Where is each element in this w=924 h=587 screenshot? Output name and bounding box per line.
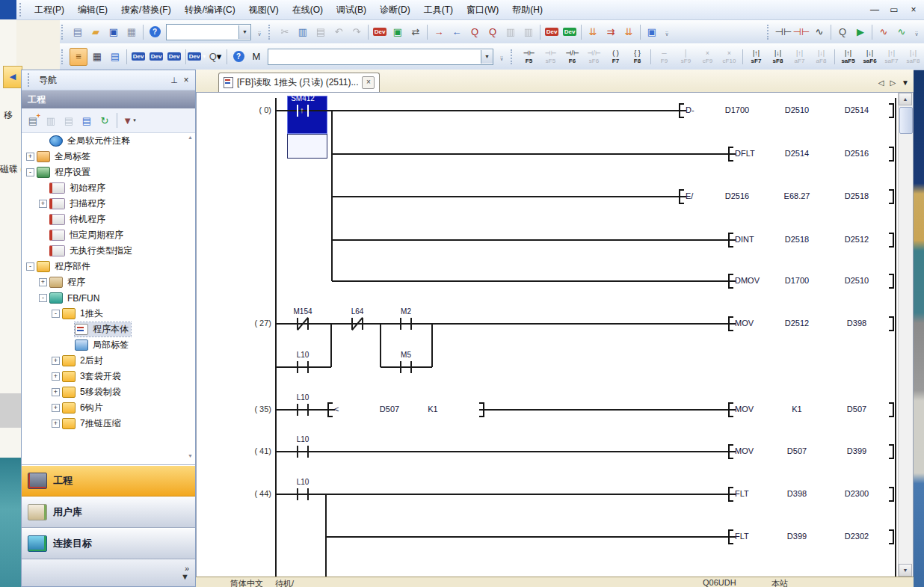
toolbar-overflow-icon[interactable]: ..∨ — [497, 53, 506, 61]
help-icon[interactable]: ? — [147, 24, 163, 40]
dropdown-arrow-icon[interactable]: ▼ — [181, 573, 189, 581]
new-file-icon[interactable]: ▤ — [70, 24, 86, 40]
device-display-icon[interactable]: Dev▾ — [189, 49, 206, 65]
print-icon[interactable]: ▦ — [123, 24, 140, 40]
monitor-mode-icon[interactable]: ▣ — [644, 24, 660, 40]
scroll-up-icon[interactable]: ▲ — [899, 93, 912, 105]
expander-icon[interactable]: - — [26, 168, 34, 176]
tree-item-5移袋制袋[interactable]: +5移袋制袋 — [22, 384, 195, 400]
menu-item-0[interactable]: 工程(P) — [28, 1, 71, 19]
toolbar-grip[interactable] — [19, 3, 25, 16]
ladder-canvas[interactable]: ( 0)( 27)( 35)( 41)( 44)↑SM412M154L64M2L… — [197, 93, 899, 577]
sampling-trace-icon[interactable]: ∿ — [875, 24, 892, 40]
device-memory-icon[interactable]: Dev — [148, 49, 164, 65]
next-result-icon[interactable]: → — [431, 24, 447, 40]
menu-item-5[interactable]: 在线(O) — [286, 1, 330, 19]
toolbar-overflow-icon[interactable]: ..∨ — [662, 28, 671, 36]
tree-item-程序设置[interactable]: -程序设置 — [22, 165, 195, 180]
tree-item-1推头[interactable]: -1推头 — [22, 306, 195, 322]
expander-icon[interactable]: + — [26, 153, 34, 161]
menu-item-8[interactable]: 工具(T) — [417, 1, 460, 19]
data-info-icon[interactable]: ▤ — [78, 112, 95, 129]
expander-icon[interactable]: + — [52, 372, 60, 381]
expander-icon[interactable]: + — [52, 404, 60, 412]
toolbar-overflow-icon[interactable]: ..∨ — [255, 28, 264, 36]
cell-cursor[interactable] — [287, 134, 327, 159]
expander-icon[interactable]: + — [52, 419, 60, 428]
tab-prev-icon[interactable]: ◁ — [878, 79, 884, 87]
keyword-combo[interactable]: ▼ — [166, 24, 251, 40]
document-tab[interactable]: [FB]读取 1推头 (只读) (2511)... × — [218, 73, 380, 92]
tree-item-恒定周期程序[interactable]: 恒定周期程序 — [22, 227, 195, 243]
execute-program-icon[interactable]: ▶ — [852, 24, 869, 40]
tab-close-icon[interactable]: × — [362, 76, 375, 89]
tree-item-扫描程序[interactable]: +扫描程序 — [22, 196, 195, 212]
refresh-icon[interactable]: ↻ — [96, 112, 113, 129]
device-batch-icon[interactable]: Dev — [561, 24, 578, 40]
tree-scroll-up-icon[interactable]: ▲ — [188, 135, 193, 140]
nav-button-工程[interactable]: 工程 — [22, 465, 195, 497]
save-icon[interactable]: ▣ — [105, 24, 122, 40]
expander-icon[interactable]: + — [39, 278, 47, 286]
transfer-doc-icon[interactable]: ⇉ — [603, 24, 619, 40]
find-zoom-icon[interactable]: Q▾ — [207, 49, 224, 65]
find-program-icon[interactable]: Q — [834, 24, 851, 40]
expander-icon[interactable]: - — [26, 262, 34, 271]
find-device-result-icon[interactable]: Q — [466, 24, 483, 40]
expander-icon[interactable]: - — [39, 294, 47, 302]
toolbar-overflow-icon[interactable]: ..∨ — [912, 28, 921, 36]
monitor-start-icon[interactable]: ⊣⊢ — [775, 24, 792, 40]
write-to-plc-icon[interactable]: Dev — [372, 24, 388, 40]
nav-button-连接目标[interactable]: 连接目标 — [22, 528, 195, 559]
tab-list-icon[interactable]: ▼ — [902, 79, 909, 87]
falling-pulse-close-icon[interactable]: |↓|saF6 — [860, 49, 880, 64]
help-hint-icon[interactable]: ? — [230, 49, 247, 65]
panel-grip[interactable] — [28, 73, 33, 87]
close-panel-icon[interactable]: × — [180, 75, 192, 85]
find-instruction-result-icon[interactable]: Q — [484, 24, 501, 40]
open-contact-icon[interactable]: ⊣⊢F5 — [519, 49, 539, 64]
pulse-monitor-icon[interactable]: ∿ — [811, 24, 828, 40]
close-button[interactable]: × — [908, 4, 920, 15]
menu-item-2[interactable]: 搜索/替换(F) — [114, 1, 178, 19]
monitor-write-icon[interactable]: ⊣⊢ — [793, 24, 810, 40]
menu-item-3[interactable]: 转换/编译(C) — [178, 1, 242, 19]
device-usage-icon[interactable]: Dev — [166, 49, 182, 65]
tree-item-程序部件[interactable]: -程序部件 — [22, 259, 195, 274]
expander-icon[interactable]: + — [52, 357, 60, 365]
rising-pulse-close-icon[interactable]: |↑|saF5 — [838, 49, 858, 64]
tree-item-3套袋开袋[interactable]: +3套袋开袋 — [22, 369, 195, 384]
restore-button[interactable]: ▭ — [888, 4, 900, 15]
menu-item-9[interactable]: 窗口(W) — [460, 1, 505, 19]
copy-icon[interactable]: ▥ — [295, 24, 311, 40]
minimize-button[interactable]: — — [869, 4, 881, 15]
wave-monitor-icon[interactable]: ∿ — [893, 24, 910, 40]
device-combo[interactable]: ▼ — [268, 49, 493, 65]
nav-button-用户库[interactable]: 用户库 — [22, 497, 195, 528]
open-folder-icon[interactable]: ▰ — [87, 24, 104, 40]
pin-icon[interactable]: ⊥ — [168, 76, 180, 85]
device-test-icon[interactable]: Dev — [543, 24, 560, 40]
tree-item-全局软元件注释[interactable]: 全局软元件注释 — [22, 133, 195, 149]
tree-item-全局标签[interactable]: +全局标签 — [22, 149, 195, 165]
device-comment-icon[interactable]: Dev — [130, 49, 147, 65]
tree-item-6钩片[interactable]: +6钩片 — [22, 400, 195, 416]
export-doc-icon[interactable]: ⇊ — [585, 24, 601, 40]
coil-icon[interactable]: ( )F7 — [606, 49, 626, 64]
sort-filter-icon[interactable]: ▼▾ — [121, 112, 138, 129]
tree-item-待机程序[interactable]: 待机程序 — [22, 212, 195, 227]
import-doc-icon[interactable]: ⇊ — [620, 24, 637, 40]
combo-dropdown-icon[interactable]: ▼ — [238, 25, 250, 39]
menu-item-4[interactable]: 视图(V) — [242, 1, 286, 19]
tree-item-初始程序[interactable]: 初始程序 — [22, 180, 195, 196]
falling-pulse-icon[interactable]: |↓|sF8 — [768, 49, 788, 64]
read-from-plc-icon[interactable]: ▣ — [389, 24, 406, 40]
combo-dropdown-icon[interactable]: ▼ — [481, 50, 493, 64]
tree-item-无执行类型指定[interactable]: 无执行类型指定 — [22, 243, 195, 259]
new-data-icon[interactable]: ▤+ — [25, 112, 41, 129]
expander-icon[interactable]: - — [52, 310, 60, 318]
expander-icon[interactable]: + — [39, 200, 47, 208]
prev-result-icon[interactable]: ← — [449, 24, 465, 40]
cross-reference-icon[interactable]: M — [248, 49, 265, 65]
scrollbar-thumb[interactable] — [899, 107, 913, 134]
